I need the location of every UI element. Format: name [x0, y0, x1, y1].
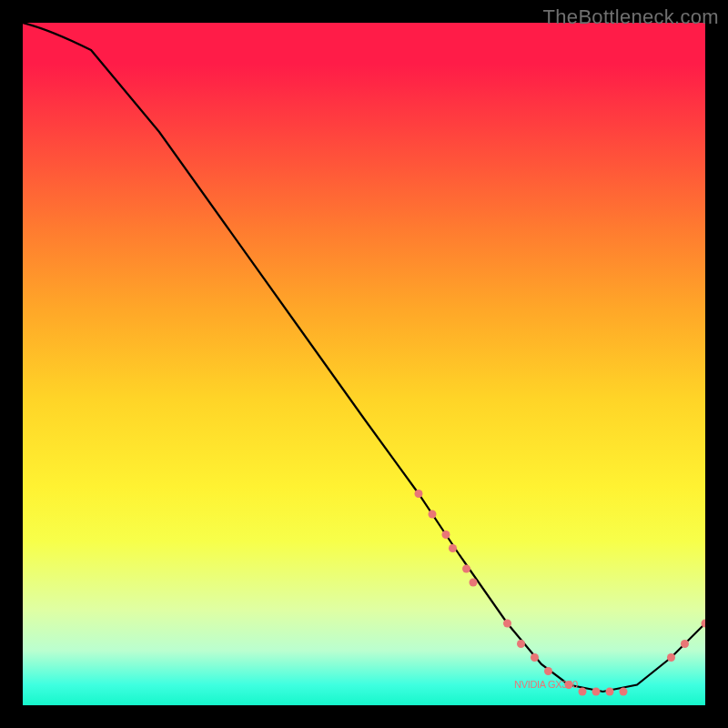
chart-frame: TheBottleneck.com NVIDIA GX340: [0, 0, 728, 728]
scatter-dot: [429, 511, 437, 519]
gpu-label: NVIDIA GX340: [514, 679, 578, 690]
scatter-dot: [415, 490, 423, 498]
scatter-dot: [470, 579, 478, 587]
chart-svg: NVIDIA GX340: [23, 23, 705, 705]
scatter-dot: [531, 653, 539, 662]
bottleneck-curve: [23, 23, 705, 692]
scatter-dot: [462, 565, 470, 573]
scatter-dot: [620, 688, 628, 696]
watermark-text: TheBottleneck.com: [543, 5, 719, 29]
scatter-dot: [503, 620, 511, 628]
curve-group: [23, 23, 705, 692]
scatter-dot: [606, 688, 614, 696]
scatter-dot: [681, 640, 689, 648]
scatter-dot: [592, 688, 601, 696]
scatter-dot: [517, 640, 525, 648]
scatter-dot: [442, 531, 450, 539]
scatter-dot: [449, 544, 457, 552]
scatter-dot: [667, 653, 675, 662]
plot-area: NVIDIA GX340: [23, 23, 705, 705]
scatter-dot: [579, 688, 587, 696]
scatter-dot: [544, 667, 552, 675]
